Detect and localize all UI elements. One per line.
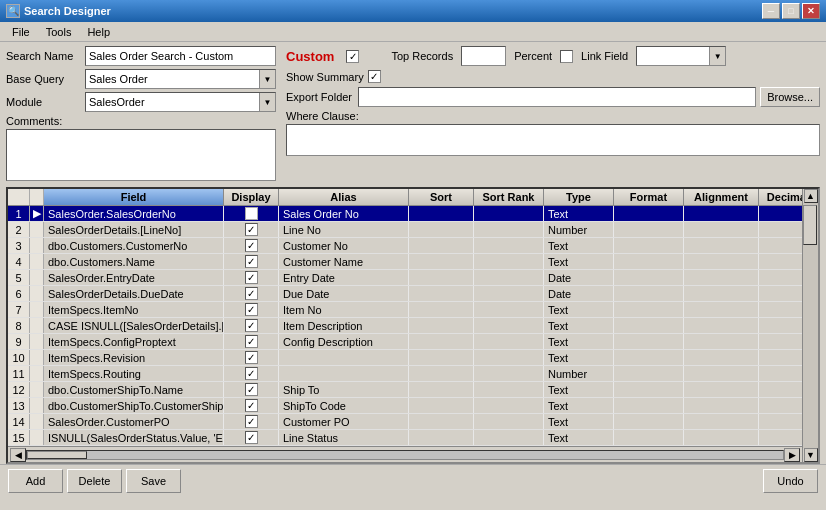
menu-file[interactable]: File xyxy=(4,24,38,40)
header-num xyxy=(8,189,30,205)
table-row[interactable]: 15 ISNULL(SalesOrderStatus.Value, 'E... … xyxy=(8,430,802,446)
display-checkbox[interactable] xyxy=(245,223,258,236)
display-checkbox[interactable] xyxy=(245,239,258,252)
cell-display[interactable] xyxy=(224,238,279,253)
cell-sortrank xyxy=(474,318,544,333)
scroll-down-btn[interactable]: ▼ xyxy=(804,448,818,462)
table-row[interactable]: 3 dbo.Customers.CustomerNo Customer No T… xyxy=(8,238,802,254)
display-checkbox[interactable] xyxy=(245,399,258,412)
display-checkbox[interactable] xyxy=(245,271,258,284)
percent-checkbox[interactable] xyxy=(560,50,573,63)
table-row[interactable]: 7 ItemSpecs.ItemNo Item No Text xyxy=(8,302,802,318)
cell-num: 2 xyxy=(8,222,30,237)
grid-body[interactable]: 1 ▶ SalesOrder.SalesOrderNo Sales Order … xyxy=(8,206,802,446)
v-scroll-track[interactable] xyxy=(803,203,818,448)
table-row[interactable]: 5 SalesOrder.EntryDate Entry Date Date xyxy=(8,270,802,286)
vertical-scrollbar[interactable]: ▲ ▼ xyxy=(802,189,818,462)
cell-display[interactable] xyxy=(224,254,279,269)
table-row[interactable]: 11 ItemSpecs.Routing Number xyxy=(8,366,802,382)
link-field-select[interactable] xyxy=(636,46,726,66)
display-checkbox[interactable] xyxy=(245,303,258,316)
display-checkbox[interactable] xyxy=(245,319,258,332)
cell-field: ISNULL(SalesOrderStatus.Value, 'E... xyxy=(44,430,224,445)
cell-display[interactable] xyxy=(224,382,279,397)
cell-display[interactable] xyxy=(224,302,279,317)
base-query-select[interactable]: Sales Order xyxy=(85,69,276,89)
minimize-button[interactable]: ─ xyxy=(762,3,780,19)
close-button[interactable]: ✕ xyxy=(802,3,820,19)
v-scroll-thumb[interactable] xyxy=(803,205,817,245)
cell-format xyxy=(614,398,684,413)
cell-field: dbo.Customers.Name xyxy=(44,254,224,269)
save-button[interactable]: Save xyxy=(126,469,181,493)
cell-display[interactable] xyxy=(224,206,279,221)
display-checkbox[interactable] xyxy=(245,383,258,396)
comments-textarea[interactable] xyxy=(6,129,276,181)
cell-decimals xyxy=(759,206,802,221)
horizontal-scrollbar[interactable]: ◀ ▶ xyxy=(8,446,802,462)
cell-display[interactable] xyxy=(224,350,279,365)
show-summary-label: Show Summary xyxy=(286,71,364,83)
where-clause-textarea[interactable] xyxy=(286,124,820,156)
cell-decimals xyxy=(759,414,802,429)
table-row[interactable]: 6 SalesOrderDetails.DueDate Due Date Dat… xyxy=(8,286,802,302)
cell-display[interactable] xyxy=(224,222,279,237)
scroll-right-btn[interactable]: ▶ xyxy=(784,448,800,462)
display-checkbox[interactable] xyxy=(245,431,258,444)
cell-display[interactable] xyxy=(224,318,279,333)
display-checkbox[interactable] xyxy=(245,255,258,268)
comments-label: Comments: xyxy=(6,115,276,127)
menu-help[interactable]: Help xyxy=(79,24,118,40)
undo-button[interactable]: Undo xyxy=(763,469,818,493)
display-checkbox[interactable] xyxy=(245,287,258,300)
cell-num: 6 xyxy=(8,286,30,301)
export-folder-input[interactable] xyxy=(358,87,756,107)
table-row[interactable]: 13 dbo.CustomerShipTo.CustomerShip... Sh… xyxy=(8,398,802,414)
cell-decimals xyxy=(759,254,802,269)
table-row[interactable]: 8 CASE ISNULL([SalesOrderDetails].[... I… xyxy=(8,318,802,334)
header-arrow xyxy=(30,189,44,205)
left-form: Search Name Base Query Sales Order ▼ Mod… xyxy=(6,46,276,181)
cell-display[interactable] xyxy=(224,366,279,381)
display-checkbox[interactable] xyxy=(245,367,258,380)
cell-display[interactable] xyxy=(224,270,279,285)
scroll-up-btn[interactable]: ▲ xyxy=(804,189,818,203)
module-select-wrapper: SalesOrder ▼ xyxy=(85,92,276,112)
scroll-left-btn[interactable]: ◀ xyxy=(10,448,26,462)
display-checkbox[interactable] xyxy=(245,415,258,428)
h-scroll-track[interactable] xyxy=(26,450,784,460)
table-row[interactable]: 1 ▶ SalesOrder.SalesOrderNo Sales Order … xyxy=(8,206,802,222)
display-checkbox[interactable] xyxy=(245,335,258,348)
custom-label: Custom xyxy=(286,49,334,64)
top-records-input[interactable] xyxy=(461,46,506,66)
cell-decimals xyxy=(759,222,802,237)
percent-label: Percent xyxy=(514,50,552,62)
add-button[interactable]: Add xyxy=(8,469,63,493)
search-name-label: Search Name xyxy=(6,50,81,62)
cell-display[interactable] xyxy=(224,398,279,413)
table-row[interactable]: 2 SalesOrderDetails.[LineNo] Line No Num… xyxy=(8,222,802,238)
cell-format xyxy=(614,350,684,365)
custom-checkbox[interactable] xyxy=(346,50,359,63)
cell-sortrank xyxy=(474,270,544,285)
menu-tools[interactable]: Tools xyxy=(38,24,80,40)
show-summary-checkbox[interactable] xyxy=(368,70,381,83)
h-scroll-thumb[interactable] xyxy=(27,451,87,459)
browse-button[interactable]: Browse... xyxy=(760,87,820,107)
display-checkbox[interactable] xyxy=(245,207,258,220)
display-checkbox[interactable] xyxy=(245,351,258,364)
table-row[interactable]: 14 SalesOrder.CustomerPO Customer PO Tex… xyxy=(8,414,802,430)
cell-display[interactable] xyxy=(224,334,279,349)
maximize-button[interactable]: □ xyxy=(782,3,800,19)
delete-button[interactable]: Delete xyxy=(67,469,122,493)
module-select[interactable]: SalesOrder xyxy=(85,92,276,112)
cell-field: SalesOrderDetails.DueDate xyxy=(44,286,224,301)
table-row[interactable]: 10 ItemSpecs.Revision Text xyxy=(8,350,802,366)
search-name-input[interactable] xyxy=(85,46,276,66)
cell-display[interactable] xyxy=(224,430,279,445)
table-row[interactable]: 4 dbo.Customers.Name Customer Name Text xyxy=(8,254,802,270)
cell-display[interactable] xyxy=(224,286,279,301)
table-row[interactable]: 9 ItemSpecs.ConfigProptext Config Descri… xyxy=(8,334,802,350)
table-row[interactable]: 12 dbo.CustomerShipTo.Name Ship To Text xyxy=(8,382,802,398)
cell-display[interactable] xyxy=(224,414,279,429)
